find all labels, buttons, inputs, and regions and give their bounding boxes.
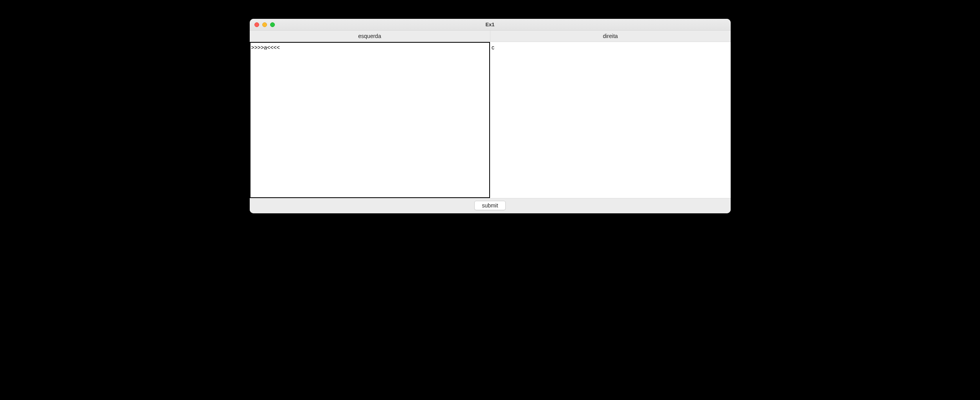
right-text: c: [490, 42, 731, 53]
submit-button[interactable]: submit: [474, 201, 505, 210]
footer: submit: [250, 198, 731, 213]
titlebar: Ex1: [250, 19, 731, 31]
columns-header: esquerda direita: [250, 31, 731, 42]
minimize-icon[interactable]: [262, 22, 267, 27]
maximize-icon[interactable]: [270, 22, 275, 27]
left-column-header: esquerda: [250, 31, 490, 42]
app-window: Ex1 esquerda direita c submit: [250, 19, 731, 213]
content-row: c: [250, 42, 731, 198]
right-column-header: direita: [490, 31, 731, 42]
close-icon[interactable]: [254, 22, 259, 27]
left-pane: [250, 42, 490, 198]
left-textarea[interactable]: [250, 42, 490, 198]
traffic-lights: [250, 22, 275, 27]
window-title: Ex1: [250, 22, 731, 27]
right-pane: c: [490, 42, 731, 198]
